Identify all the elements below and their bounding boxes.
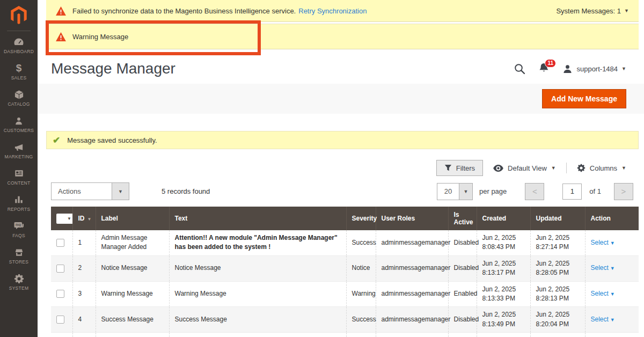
success-message-text: Message saved successfully.	[67, 136, 157, 144]
sidebar-item-reports[interactable]: REPORTS	[0, 190, 38, 216]
sidebar-item-sales[interactable]: $ SALES	[0, 58, 38, 85]
default-view-dropdown[interactable]: Default View ▼	[493, 164, 556, 172]
cell-updated: Jun 2, 2025	[530, 333, 585, 337]
table-row-partial: Jun 2, 2025 Jun 2, 2025	[51, 333, 639, 337]
cell-action: Select▼	[585, 230, 639, 255]
cell-user-roles: adminmessagemanager	[376, 230, 448, 255]
cell-severity: Notice	[346, 255, 376, 281]
select-all-dropdown[interactable]: ▼	[56, 214, 74, 224]
cell-id: 2	[72, 255, 96, 281]
sidebar-item-label: STORES	[9, 259, 28, 265]
chevron-down-icon: ▼	[621, 66, 626, 71]
search-icon[interactable]	[514, 63, 525, 75]
column-header-updated[interactable]: Updated	[530, 207, 585, 230]
user-icon	[562, 64, 573, 74]
cell-id: 3	[72, 281, 96, 307]
actions-select[interactable]: Actions ▼	[51, 182, 129, 200]
sidebar-item-marketing[interactable]: MARKETING	[0, 137, 38, 164]
cell-is-active: Disabled	[448, 255, 477, 281]
page-number-input[interactable]	[562, 184, 582, 200]
chevron-down-icon: ▼	[621, 165, 626, 171]
select-action-link[interactable]: Select	[591, 264, 609, 272]
filters-button[interactable]: Filters	[436, 160, 483, 176]
sidebar-item-customers[interactable]: CUSTOMERS	[0, 111, 38, 137]
cell-label: Warning Message	[96, 281, 169, 307]
table-row: 1 Admin Message Manager Added Attention!…	[51, 230, 639, 255]
page-header: Message Manager 11 support-1484 ▼	[38, 49, 644, 84]
cell-text: Attention!! A new module "Admin Message …	[169, 230, 346, 255]
reports-icon	[14, 194, 24, 205]
customers-icon	[14, 115, 24, 126]
system-messages-counter-label: System Messages: 1	[556, 7, 621, 15]
chevron-down-icon: ▼	[67, 216, 71, 221]
column-header-text[interactable]: Text	[169, 207, 346, 230]
cell-label: Success Message	[96, 307, 169, 333]
controls-divider	[566, 163, 567, 173]
column-header-user-roles[interactable]: User Roles	[376, 207, 448, 230]
cell-user-roles: adminmessagemanager	[376, 307, 448, 333]
user-menu[interactable]: support-1484 ▼	[562, 64, 626, 74]
select-action-link[interactable]: Select	[591, 290, 609, 297]
cell-id: 4	[72, 307, 96, 333]
actions-select-value: Actions	[52, 183, 112, 200]
table-row: 2 Notice Message Notice Message Notice a…	[51, 255, 639, 281]
catalog-icon	[14, 89, 24, 100]
sync-failed-message: Failed to synchronize data to the Magent…	[72, 7, 296, 15]
grid-header-row: ▼ ID▼ Label Text Severity User Roles Is …	[51, 207, 639, 230]
sidebar-item-faqs[interactable]: FAQ FAQS	[0, 216, 38, 243]
add-new-message-button[interactable]: Add New Message	[542, 89, 626, 108]
columns-dropdown[interactable]: Columns ▼	[577, 164, 626, 172]
cell-updated: Jun 2, 20258:28:05 PM	[530, 255, 585, 281]
sidebar-item-dashboard[interactable]: DASHBOARD	[0, 32, 38, 58]
sidebar-item-label: CONTENT	[8, 180, 31, 186]
select-all-header: ▼	[51, 207, 72, 230]
row-checkbox[interactable]	[56, 239, 64, 247]
system-messages-counter[interactable]: System Messages: 1 ▼	[556, 7, 629, 15]
marketing-icon	[14, 142, 24, 152]
magento-admin-app: DASHBOARD $ SALES CATALOG CUSTOMERS	[0, 0, 644, 337]
sidebar-item-label: MARKETING	[5, 154, 33, 159]
sidebar-item-label: CUSTOMERS	[4, 128, 34, 133]
sidebar-item-catalog[interactable]: CATALOG	[0, 85, 38, 111]
row-checkbox[interactable]	[56, 290, 64, 298]
chevron-down-icon: ▼	[610, 240, 615, 246]
column-header-severity[interactable]: Severity	[346, 207, 376, 230]
column-header-label[interactable]: Label	[96, 207, 169, 230]
per-page-label: per page	[479, 187, 507, 195]
sidebar-item-stores[interactable]: STORES	[0, 243, 38, 269]
sidebar-divider	[7, 31, 31, 31]
per-page-select[interactable]: 20 ▼	[437, 183, 473, 200]
select-action-link[interactable]: Select	[591, 239, 609, 246]
sidebar-item-content[interactable]: CONTENT	[0, 164, 38, 190]
row-checkbox[interactable]	[56, 316, 64, 324]
cell-created: Jun 2, 20258:13:33 PM	[477, 281, 530, 307]
sidebar-item-label: CATALOG	[8, 101, 30, 107]
magento-logo[interactable]	[0, 0, 38, 24]
column-header-created[interactable]: Created	[477, 207, 530, 230]
cell-text: Success Message	[169, 307, 346, 333]
check-icon: ✔	[53, 135, 60, 146]
cell-is-active: Disabled	[448, 307, 477, 333]
chevron-down-icon: ▼	[610, 291, 615, 297]
select-action-link[interactable]: Select	[591, 316, 609, 323]
column-header-id[interactable]: ID▼	[72, 207, 96, 230]
row-checkbox[interactable]	[56, 265, 64, 273]
cell-id: 1	[72, 230, 96, 255]
cell-user-roles: adminmessagemanager	[376, 255, 448, 281]
next-page-button[interactable]: >	[614, 183, 633, 200]
grid-controls-left: Actions ▼ 5 records found	[51, 182, 210, 200]
records-found: 5 records found	[162, 187, 210, 195]
cell-action	[585, 333, 639, 337]
sidebar-item-system[interactable]: SYSTEM	[0, 269, 38, 295]
faqs-icon: FAQ	[13, 221, 24, 231]
sidebar-item-label: DASHBOARD	[4, 49, 34, 54]
messages-grid: ▼ ID▼ Label Text Severity User Roles Is …	[38, 207, 644, 337]
cell-created: Jun 2, 20258:13:49 PM	[477, 307, 530, 333]
notifications-button[interactable]: 11	[538, 62, 550, 76]
retry-synchronization-link[interactable]: Retry Synchronization	[298, 7, 367, 15]
column-header-is-active[interactable]: Is Active	[448, 207, 477, 230]
cell-label	[96, 333, 169, 337]
previous-page-button[interactable]: <	[525, 183, 544, 200]
chevron-down-icon: ▼	[610, 317, 615, 323]
page-title: Message Manager	[51, 60, 175, 77]
